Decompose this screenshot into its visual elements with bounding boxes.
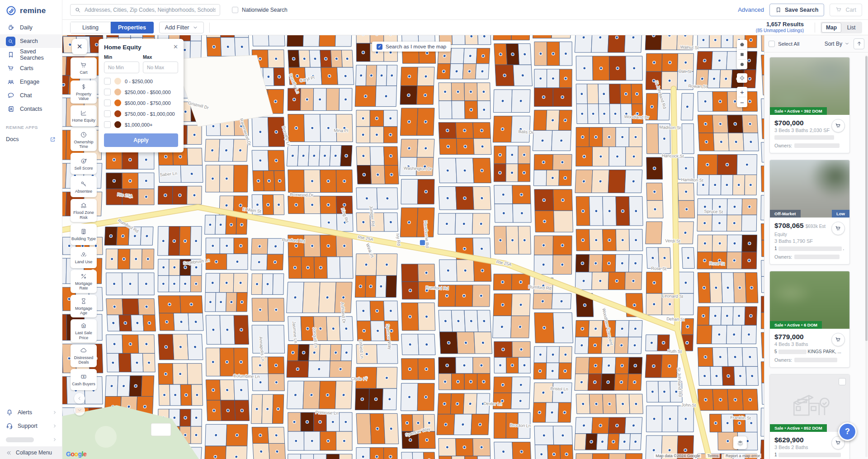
map-layers-button[interactable] (733, 436, 747, 449)
chevron-down-icon (844, 41, 849, 46)
rail-scroll-down-button[interactable] (74, 405, 85, 416)
rail-item-cart[interactable]: Cart (71, 57, 97, 79)
search-input[interactable] (85, 7, 216, 13)
listings-header: Select All Sort By (764, 35, 868, 52)
view-toggle-list[interactable]: List (841, 23, 861, 33)
svg-text:Balis Dr: Balis Dr (518, 129, 533, 135)
attribution-item[interactable]: Terms (706, 454, 720, 458)
global-search[interactable] (70, 4, 220, 16)
listing-card[interactable]: Off-MarketLow$708,065$693k Est Equity3 B… (769, 160, 850, 265)
listing-card[interactable]: Sale • Active • 6 DOM$779,0004 Beds 3 Ba… (769, 271, 850, 368)
brand-logo[interactable]: remine (0, 0, 62, 21)
unmapped-count[interactable]: (85 Unmapped Listings) (756, 28, 804, 34)
rail-scroll-left-button[interactable] (74, 393, 85, 404)
zoom-out-button[interactable]: − (737, 97, 747, 107)
search-as-move-toggle[interactable]: ✓ Search as I move the map (372, 42, 451, 52)
sidebar-item-search[interactable]: Search (0, 34, 62, 48)
sidebar-item-support[interactable]: Support (0, 419, 62, 433)
add-to-cart-button[interactable] (831, 333, 845, 346)
save-search-button[interactable]: Save Search (769, 4, 824, 16)
rail-item-label: Land Use (75, 260, 93, 264)
equity-range-row[interactable]: $1,000,000+ (104, 121, 178, 128)
locate-me-button[interactable] (737, 73, 747, 83)
add-to-cart-button[interactable] (831, 119, 845, 132)
attribution-item[interactable]: Report a map error (724, 454, 761, 458)
chevron-right-icon (52, 423, 57, 429)
equity-range-label: $250,000 - $500,000 (125, 90, 171, 95)
sort-direction-button[interactable] (854, 38, 864, 49)
listing-address: 5KINGS PARK, ... (774, 349, 845, 354)
draw-circle-button[interactable] (737, 60, 747, 69)
tab-properties[interactable]: Properties (111, 22, 154, 33)
equity-range-checkbox[interactable] (104, 110, 111, 117)
map-canvas[interactable]: Walnut StOak StRowan StSt Johnland RdCar… (62, 35, 764, 459)
rail-item-sell-score[interactable]: $Sell Score (71, 153, 97, 174)
close-panel-button[interactable]: ✕ (173, 44, 178, 50)
help-button[interactable]: ? (838, 422, 857, 441)
sidebar-item-redacted[interactable] (0, 433, 62, 446)
sidebar-item-carts[interactable]: Carts (0, 62, 62, 75)
zoom-in-button[interactable]: + (737, 87, 747, 97)
equity-range-label: $1,000,000+ (125, 122, 152, 128)
view-toggle-map[interactable]: Map (821, 23, 841, 33)
sort-by-dropdown[interactable]: Sort By (825, 41, 849, 47)
equity-range-row[interactable]: $750,000 - $1,000,000 (104, 110, 178, 117)
add-to-cart-button[interactable] (831, 222, 845, 235)
rail-item-mortgage-age[interactable]: Mortgage Age (71, 295, 97, 318)
equity-range-checkbox[interactable] (104, 78, 111, 85)
cart-button[interactable]: Cart (830, 4, 862, 16)
scrollbar-thumb[interactable] (865, 56, 868, 341)
sidebar-item-engage[interactable]: Engage (0, 75, 62, 89)
apply-filter-button[interactable]: Apply (104, 133, 178, 147)
sidebar-item-contacts[interactable]: Contacts (0, 102, 62, 116)
max-equity-input[interactable] (143, 62, 178, 73)
contacts-icon (6, 104, 15, 114)
rail-item-last-sale-price[interactable]: $Last Sale Price (71, 319, 97, 342)
rail-item-ownership-time[interactable]: Ownership Time (71, 128, 97, 151)
rail-item-flood-zone-risk[interactable]: Flood Zone Risk (71, 199, 97, 222)
sidebar-item-docs[interactable]: Docs (0, 132, 62, 146)
rail-item-mortgage-rate[interactable]: Mortgage Rate (71, 270, 97, 293)
sidebar-item-alerts[interactable]: Alerts (0, 406, 62, 419)
advanced-link[interactable]: Advanced (738, 6, 764, 13)
equity-range-checkbox[interactable] (104, 89, 111, 95)
rail-item-absentee[interactable]: Absentee (71, 176, 97, 197)
rail-item-cash-buyers[interactable]: $Cash Buyers (71, 369, 97, 390)
collapse-menu-button[interactable]: Collapse Menu (0, 446, 62, 459)
tab-listing[interactable]: Listing (70, 22, 111, 33)
rail-item-distressed-deals[interactable]: Distressed Deals (71, 344, 97, 367)
sidebar-item-daily[interactable]: Daily (0, 21, 62, 34)
attribution-item[interactable]: Map data ©2024 Google (654, 454, 701, 458)
landuse-icon (80, 251, 87, 258)
nationwide-checkbox[interactable] (232, 7, 238, 13)
sidebar-item-chat[interactable]: Chat (0, 89, 62, 102)
listing-card[interactable]: Sale • Active • 852 DOM$629,9003 Beds 2 … (769, 374, 850, 459)
equity-range-label: 0 - $250,000 (125, 79, 153, 84)
search-as-move-checkbox[interactable]: ✓ (377, 44, 382, 50)
sidebar-item-saved-searches[interactable]: Saved Searches (0, 48, 62, 62)
equity-range-checkbox[interactable] (104, 99, 111, 106)
draw-polygon-button[interactable] (737, 40, 747, 49)
listing-photo: Sale • Active • 392 DOM (770, 57, 849, 115)
equity-range-row[interactable]: $500,000 - $750,000 (104, 99, 178, 106)
card-select-checkbox[interactable] (839, 378, 846, 385)
listing-details: 3 Beds 2 Baths (774, 445, 808, 450)
rail-item-label: Mortgage Age (71, 306, 96, 316)
equity-range-row[interactable]: $250,000 - $500,000 (104, 89, 178, 95)
rail-item-property-value[interactable]: Property Value (71, 80, 97, 104)
equity-range-checkbox[interactable] (104, 121, 111, 128)
listing-card[interactable]: Sale • Active • 392 DOM$700,0003 Beds 3 … (769, 57, 850, 153)
nationwide-search-toggle[interactable]: Nationwide Search (232, 7, 288, 13)
close-rail-button[interactable]: ✕ (72, 39, 87, 54)
add-filter-button[interactable]: Add Filter (159, 22, 204, 33)
min-equity-input[interactable] (104, 62, 139, 73)
draw-rectangle-button[interactable] (737, 50, 747, 59)
rail-item-land-use[interactable]: Land Use (71, 247, 97, 268)
listings-scrollbar[interactable] (865, 55, 868, 457)
select-all-checkbox[interactable] (769, 41, 775, 47)
rail-item-home-equity[interactable]: Home Equity (71, 105, 97, 127)
nationwide-label: Nationwide Search (242, 7, 288, 13)
select-all-toggle[interactable]: Select All (769, 41, 799, 47)
rail-item-building-type[interactable]: Building Type (71, 224, 97, 245)
equity-range-row[interactable]: 0 - $250,000 (104, 78, 178, 85)
